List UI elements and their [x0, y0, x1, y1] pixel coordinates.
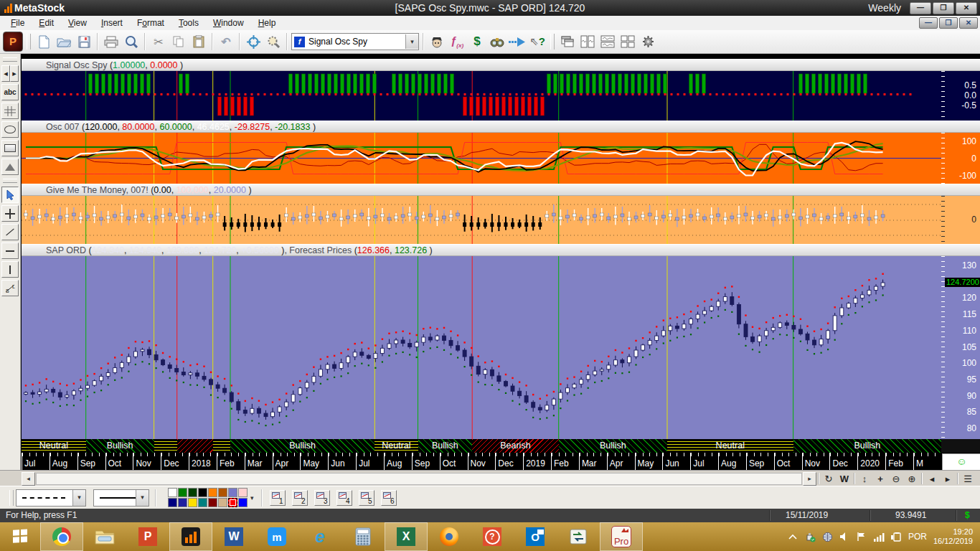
menu-window[interactable]: Window: [207, 17, 250, 29]
usb-device-icon[interactable]: [805, 532, 816, 542]
pane-body-money[interactable]: [22, 196, 941, 244]
triangle-tool[interactable]: [1, 159, 19, 175]
scroll-left-tool[interactable]: ◂: [1, 65, 10, 82]
pane-body-signal[interactable]: [22, 71, 941, 121]
rectangle-tool[interactable]: [1, 140, 19, 156]
taskbar-metastock-pro[interactable]: Pro: [600, 522, 643, 551]
cut-button[interactable]: ✂: [149, 32, 168, 51]
print-button[interactable]: [102, 32, 121, 51]
scroll-right-button[interactable]: ▸: [803, 472, 816, 486]
color-swatch[interactable]: [178, 498, 187, 507]
menu-view[interactable]: View: [62, 17, 93, 29]
zoom-button[interactable]: [264, 32, 283, 51]
taskbar-metastock[interactable]: [169, 522, 212, 551]
tile-vertical-button[interactable]: [578, 32, 597, 51]
taskbar-internet-explorer[interactable]: e: [298, 522, 341, 551]
menu-edit[interactable]: Edit: [32, 17, 60, 29]
zoom-in-button[interactable]: ⊕: [904, 472, 920, 485]
crosshair-button[interactable]: [244, 32, 263, 51]
taskbar-file-explorer[interactable]: [83, 522, 126, 551]
page-right-button[interactable]: ▸: [940, 472, 956, 485]
metastock-p-logo[interactable]: P: [3, 32, 23, 52]
pointer-tool[interactable]: [1, 187, 19, 203]
hidden-icons-icon[interactable]: [788, 532, 798, 542]
copy-button[interactable]: [169, 32, 188, 51]
menu-format[interactable]: Format: [131, 17, 171, 29]
scroll-right-tool[interactable]: ▸: [10, 65, 19, 82]
child-minimize-button[interactable]: —: [919, 17, 938, 29]
action-flag-icon[interactable]: [857, 532, 867, 542]
child-close-button[interactable]: ✕: [959, 17, 978, 29]
color-swatch[interactable]: [228, 488, 237, 497]
ellipse-tool[interactable]: [1, 121, 19, 138]
undo-button[interactable]: ↶: [217, 32, 235, 51]
color-swatch[interactable]: [208, 488, 217, 497]
network-icon[interactable]: [822, 532, 833, 542]
taskbar-firefox[interactable]: [428, 522, 471, 551]
taskbar-start[interactable]: [0, 522, 40, 551]
color-swatch[interactable]: [238, 498, 248, 507]
crosshair-tool[interactable]: [1, 205, 19, 222]
stop-loss-tool[interactable]: SL: [1, 280, 19, 296]
paste-button[interactable]: [189, 32, 208, 51]
open-button[interactable]: [55, 32, 73, 51]
taskbar-chrome[interactable]: [40, 522, 83, 551]
grid-tool[interactable]: [1, 103, 19, 119]
zoom-out-button[interactable]: ⊖: [888, 472, 904, 485]
language-indicator[interactable]: POR: [908, 532, 927, 542]
horizontal-line-tool[interactable]: [1, 242, 19, 259]
open-chart-4-button[interactable]: 4: [336, 490, 352, 506]
expert-advisor-button[interactable]: [428, 32, 446, 51]
color-swatch[interactable]: [178, 488, 187, 497]
color-swatch[interactable]: [168, 498, 177, 507]
signal-bars-icon[interactable]: [874, 532, 885, 542]
indicator-select[interactable]: fSignal Osc Spy▾: [291, 33, 419, 50]
cascade-windows-button[interactable]: [558, 32, 577, 51]
vertical-scale-button[interactable]: ↕: [857, 472, 872, 485]
color-swatch[interactable]: [218, 498, 227, 507]
save-button[interactable]: [75, 32, 93, 51]
refresh-button[interactable]: ↻: [821, 472, 837, 485]
battery-icon[interactable]: [891, 532, 902, 542]
horizontal-scrollbar-track[interactable]: [36, 473, 802, 485]
trendline-tool[interactable]: [1, 224, 19, 240]
open-chart-5-button[interactable]: 5: [359, 490, 374, 506]
scroll-left-button[interactable]: ◂: [22, 472, 35, 486]
text-tool[interactable]: abc: [1, 84, 19, 100]
restore-button[interactable]: ❐: [933, 2, 954, 14]
color-swatch[interactable]: [188, 498, 197, 507]
taskbar-clock[interactable]: 19:20 16/12/2019: [933, 527, 973, 546]
pane-body-osc[interactable]: [22, 133, 941, 184]
color-swatch[interactable]: [238, 488, 248, 497]
close-button[interactable]: ✕: [956, 2, 977, 14]
move-chart-button[interactable]: +: [872, 472, 888, 485]
indicator-builder-button[interactable]: ƒ(x): [448, 32, 466, 51]
tile-grid-button[interactable]: [618, 32, 637, 51]
taskbar-help-app[interactable]: ?: [471, 522, 514, 551]
tile-horizontal-button[interactable]: [598, 32, 617, 51]
minimize-button[interactable]: —: [910, 2, 931, 14]
taskbar-calculator[interactable]: [341, 522, 385, 551]
menu-insert[interactable]: Insert: [95, 17, 129, 29]
menu-file[interactable]: File: [4, 17, 31, 29]
open-chart-2-button[interactable]: 2: [292, 490, 308, 506]
color-swatch[interactable]: [198, 498, 207, 507]
menu-tools[interactable]: Tools: [172, 17, 205, 29]
taskbar-outlook[interactable]: O: [514, 522, 557, 551]
line-weight-select[interactable]: ▾: [93, 489, 149, 507]
taskbar-maxthon[interactable]: m: [255, 522, 298, 551]
chart-options-button[interactable]: [639, 32, 657, 51]
color-swatch[interactable]: [188, 488, 197, 497]
vertical-line-tool[interactable]: [1, 261, 19, 278]
taskbar-powerpoint[interactable]: P: [126, 522, 169, 551]
palette-more-button[interactable]: ▾: [250, 494, 254, 501]
menu-help[interactable]: Help: [252, 17, 283, 29]
color-swatch[interactable]: [168, 488, 177, 497]
volume-icon[interactable]: [839, 532, 850, 542]
system-tester-button[interactable]: $: [468, 32, 486, 51]
page-left-button[interactable]: ◂: [924, 472, 940, 485]
color-swatch[interactable]: [228, 498, 237, 507]
new-chart-button[interactable]: [34, 32, 53, 51]
chart-menu-button[interactable]: ☰: [960, 472, 976, 485]
explorer-button[interactable]: [488, 32, 507, 51]
